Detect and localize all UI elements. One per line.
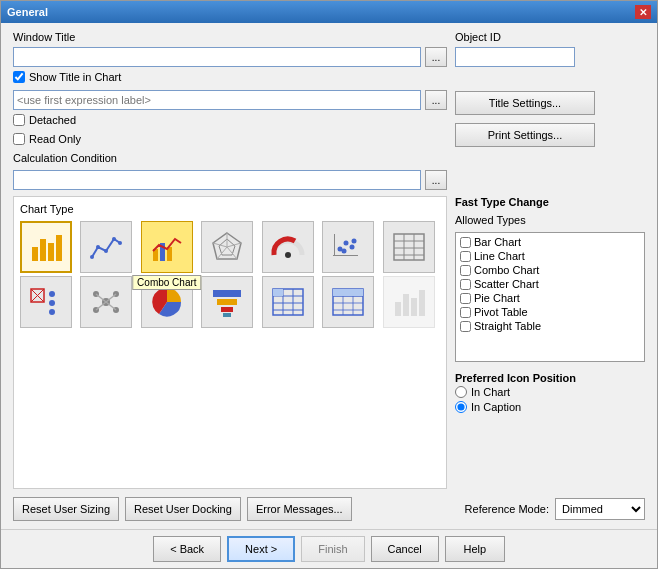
- list-item-combo: Combo Chart: [458, 263, 642, 277]
- error-messages-button[interactable]: Error Messages...: [247, 497, 352, 521]
- chart-type-section: Chart Type: [13, 196, 447, 489]
- in-caption-row: In Caption: [455, 401, 645, 413]
- object-id-input[interactable]: [455, 47, 575, 67]
- title-settings-button[interactable]: Title Settings...: [455, 91, 595, 115]
- content-area: Window Title ... Show Title in Chart ...: [1, 23, 657, 529]
- chart-icons-grid: Combo Chart: [20, 221, 440, 328]
- svg-rect-51: [223, 313, 231, 317]
- svg-rect-2: [48, 243, 54, 261]
- chart-icon-radar[interactable]: [201, 221, 253, 273]
- svg-rect-66: [395, 302, 401, 316]
- fast-type-title: Fast Type Change: [455, 196, 645, 208]
- bottom-buttons-row: Reset User Sizing Reset User Docking Err…: [13, 497, 645, 521]
- reset-sizing-button[interactable]: Reset User Sizing: [13, 497, 119, 521]
- expression-input-row: ...: [13, 90, 447, 110]
- chart-icon-pie[interactable]: [141, 276, 193, 328]
- svg-point-8: [118, 241, 122, 245]
- svg-rect-50: [221, 307, 233, 312]
- svg-line-18: [213, 243, 227, 247]
- svg-rect-1: [40, 239, 46, 261]
- svg-point-24: [350, 245, 355, 250]
- chart-icon-table1[interactable]: [383, 221, 435, 273]
- show-title-checkbox[interactable]: [13, 71, 25, 83]
- svg-point-25: [342, 249, 347, 254]
- print-settings-button[interactable]: Print Settings...: [455, 123, 595, 147]
- chart-icon-network[interactable]: [80, 276, 132, 328]
- chart-icon-funnel[interactable]: [201, 276, 253, 328]
- window-title-browse[interactable]: ...: [425, 47, 447, 67]
- chart-icon-pivot[interactable]: [262, 276, 314, 328]
- window-title-input[interactable]: [13, 47, 421, 67]
- allowed-line-checkbox[interactable]: [460, 251, 471, 262]
- help-button[interactable]: Help: [445, 536, 505, 562]
- reset-docking-button[interactable]: Reset User Docking: [125, 497, 241, 521]
- allowed-scatter-checkbox[interactable]: [460, 279, 471, 290]
- svg-line-47: [106, 302, 116, 310]
- chart-icon-straight-table[interactable]: [322, 276, 374, 328]
- in-caption-label: In Caption: [471, 401, 521, 413]
- allowed-pivot-checkbox[interactable]: [460, 307, 471, 318]
- window-title: General: [7, 6, 48, 18]
- svg-point-37: [49, 300, 55, 306]
- readonly-checkbox[interactable]: [13, 133, 25, 145]
- svg-point-38: [49, 309, 55, 315]
- show-title-label: Show Title in Chart: [29, 71, 121, 83]
- allowed-pie-checkbox[interactable]: [460, 293, 471, 304]
- detached-checkbox[interactable]: [13, 114, 25, 126]
- preferred-icon-section: Preferred Icon Position In Chart In Capt…: [455, 372, 645, 416]
- svg-rect-20: [333, 255, 358, 256]
- general-window: General ✕ Window Title ... Show Title in…: [0, 0, 658, 569]
- right-form: Object ID Title Settings... Print Settin…: [455, 31, 645, 190]
- svg-point-7: [112, 237, 116, 241]
- list-item-scatter: Scatter Chart: [458, 277, 642, 291]
- svg-rect-0: [32, 247, 38, 261]
- allowed-types-list: Bar Chart Line Chart Combo Chart Scatter…: [455, 232, 645, 362]
- finish-button[interactable]: Finish: [301, 536, 364, 562]
- svg-line-16: [227, 247, 237, 259]
- svg-rect-58: [273, 289, 283, 296]
- ref-mode-select[interactable]: Dimmed Off On: [555, 498, 645, 520]
- chart-icon-bar[interactable]: [20, 221, 72, 273]
- detached-row: Detached: [13, 114, 447, 126]
- svg-point-23: [344, 241, 349, 246]
- chart-icon-combo[interactable]: Combo Chart: [141, 221, 193, 273]
- back-button[interactable]: < Back: [153, 536, 221, 562]
- in-caption-radio[interactable]: [455, 401, 467, 413]
- cancel-button[interactable]: Cancel: [371, 536, 439, 562]
- expression-browse[interactable]: ...: [425, 90, 447, 110]
- svg-line-17: [217, 247, 227, 259]
- svg-line-15: [227, 243, 241, 247]
- calc-browse[interactable]: ...: [425, 170, 447, 190]
- close-button[interactable]: ✕: [635, 5, 651, 19]
- svg-point-4: [90, 255, 94, 259]
- svg-point-5: [96, 245, 100, 249]
- object-id-label: Object ID: [455, 31, 645, 43]
- chart-icon-dot[interactable]: [20, 276, 72, 328]
- title-bar: General ✕: [1, 1, 657, 23]
- allowed-bar-label: Bar Chart: [474, 236, 521, 248]
- allowed-bar-checkbox[interactable]: [460, 237, 471, 248]
- preferred-icon-title: Preferred Icon Position: [455, 372, 645, 384]
- in-chart-radio[interactable]: [455, 386, 467, 398]
- list-item-bar: Bar Chart: [458, 235, 642, 249]
- footer: < Back Next > Finish Cancel Help: [1, 529, 657, 568]
- calc-condition-input[interactable]: [13, 170, 421, 190]
- in-chart-row: In Chart: [455, 386, 645, 398]
- ref-mode-row: Reference Mode: Dimmed Off On: [465, 498, 645, 520]
- chart-icon-line[interactable]: [80, 221, 132, 273]
- list-item-straight: Straight Table: [458, 319, 642, 333]
- allowed-straight-checkbox[interactable]: [460, 321, 471, 332]
- chart-icon-gauge[interactable]: [262, 221, 314, 273]
- svg-line-45: [106, 294, 116, 302]
- svg-rect-65: [333, 289, 363, 296]
- in-chart-label: In Chart: [471, 386, 510, 398]
- chart-icon-other[interactable]: [383, 276, 435, 328]
- next-button[interactable]: Next >: [227, 536, 295, 562]
- chart-icon-scatter[interactable]: [322, 221, 374, 273]
- chart-type-title: Chart Type: [20, 203, 440, 215]
- allowed-combo-label: Combo Chart: [474, 264, 539, 276]
- expression-input[interactable]: [13, 90, 421, 110]
- svg-rect-21: [334, 234, 335, 256]
- svg-line-46: [96, 302, 106, 310]
- allowed-combo-checkbox[interactable]: [460, 265, 471, 276]
